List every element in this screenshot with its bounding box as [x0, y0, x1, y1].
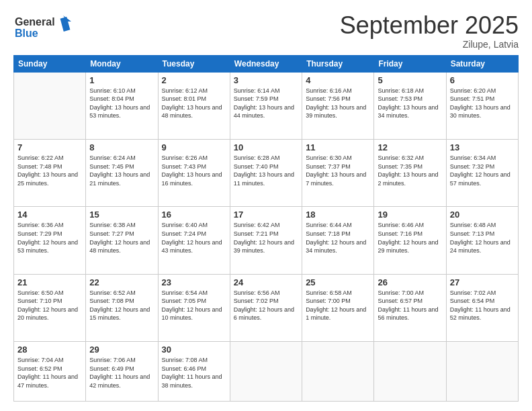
- header-friday: Friday: [374, 55, 446, 72]
- day-number: 5: [378, 75, 442, 85]
- day-info: Sunrise: 7:06 AMSunset: 6:49 PMDaylight:…: [89, 356, 154, 390]
- day-number: 11: [306, 142, 370, 152]
- day-info: Sunrise: 6:10 AMSunset: 8:04 PMDaylight:…: [89, 87, 154, 120]
- day-number: 18: [306, 210, 370, 220]
- table-row: 13Sunrise: 6:34 AMSunset: 7:32 PMDayligh…: [446, 139, 518, 206]
- day-info: Sunrise: 6:52 AMSunset: 7:08 PMDaylight:…: [89, 289, 154, 322]
- day-info: Sunrise: 6:56 AMSunset: 7:02 PMDaylight:…: [234, 289, 298, 322]
- day-number: 10: [234, 142, 298, 152]
- logo-text: General Blue: [13, 12, 74, 43]
- day-info: Sunrise: 6:30 AMSunset: 7:37 PMDaylight:…: [306, 154, 370, 187]
- day-number: 25: [306, 277, 370, 287]
- table-row: 12Sunrise: 6:32 AMSunset: 7:35 PMDayligh…: [374, 139, 446, 206]
- table-row: 8Sunrise: 6:24 AMSunset: 7:45 PMDaylight…: [86, 139, 158, 206]
- table-row: [230, 342, 302, 402]
- day-info: Sunrise: 7:04 AMSunset: 6:52 PMDaylight:…: [17, 356, 82, 390]
- header-thursday: Thursday: [302, 55, 374, 72]
- calendar-table: Sunday Monday Tuesday Wednesday Thursday…: [13, 55, 519, 402]
- day-info: Sunrise: 6:46 AMSunset: 7:16 PMDaylight:…: [378, 221, 442, 255]
- day-info: Sunrise: 7:08 AMSunset: 6:46 PMDaylight:…: [162, 356, 226, 390]
- table-row: 18Sunrise: 6:44 AMSunset: 7:18 PMDayligh…: [302, 207, 374, 274]
- day-info: Sunrise: 6:14 AMSunset: 7:59 PMDaylight:…: [234, 87, 298, 120]
- day-number: 24: [234, 277, 298, 287]
- day-number: 17: [234, 210, 298, 220]
- header-monday: Monday: [86, 55, 158, 72]
- day-number: 1: [89, 75, 154, 85]
- table-row: 17Sunrise: 6:42 AMSunset: 7:21 PMDayligh…: [230, 207, 302, 274]
- table-row: [14, 72, 86, 139]
- day-number: 6: [450, 75, 515, 85]
- day-number: 19: [378, 210, 442, 220]
- table-row: 20Sunrise: 6:48 AMSunset: 7:13 PMDayligh…: [446, 207, 518, 274]
- day-number: 22: [89, 277, 154, 287]
- table-row: 14Sunrise: 6:36 AMSunset: 7:29 PMDayligh…: [14, 207, 86, 274]
- day-number: 26: [378, 277, 442, 287]
- day-number: 30: [162, 345, 226, 355]
- day-info: Sunrise: 7:00 AMSunset: 6:57 PMDaylight:…: [378, 289, 442, 322]
- table-row: 7Sunrise: 6:22 AMSunset: 7:48 PMDaylight…: [14, 139, 86, 206]
- day-info: Sunrise: 6:28 AMSunset: 7:40 PMDaylight:…: [234, 154, 298, 187]
- day-number: 14: [17, 210, 82, 220]
- header-tuesday: Tuesday: [158, 55, 230, 72]
- day-info: Sunrise: 6:16 AMSunset: 7:56 PMDaylight:…: [306, 87, 370, 120]
- table-row: 6Sunrise: 6:20 AMSunset: 7:51 PMDaylight…: [446, 72, 518, 139]
- day-number: 15: [89, 210, 154, 220]
- svg-marker-2: [60, 17, 71, 32]
- day-info: Sunrise: 6:34 AMSunset: 7:32 PMDaylight:…: [450, 154, 515, 187]
- day-number: 23: [162, 277, 226, 287]
- table-row: [374, 342, 446, 402]
- day-number: 16: [162, 210, 226, 220]
- day-number: 21: [17, 277, 82, 287]
- day-number: 4: [306, 75, 370, 85]
- table-row: 11Sunrise: 6:30 AMSunset: 7:37 PMDayligh…: [302, 139, 374, 206]
- day-info: Sunrise: 6:38 AMSunset: 7:27 PMDaylight:…: [89, 221, 154, 255]
- table-row: 4Sunrise: 6:16 AMSunset: 7:56 PMDaylight…: [302, 72, 374, 139]
- day-info: Sunrise: 6:36 AMSunset: 7:29 PMDaylight:…: [17, 221, 82, 255]
- table-row: 22Sunrise: 6:52 AMSunset: 7:08 PMDayligh…: [86, 274, 158, 341]
- day-info: Sunrise: 6:48 AMSunset: 7:13 PMDaylight:…: [450, 221, 515, 255]
- table-row: 28Sunrise: 7:04 AMSunset: 6:52 PMDayligh…: [14, 342, 86, 402]
- day-info: Sunrise: 6:42 AMSunset: 7:21 PMDaylight:…: [234, 221, 298, 255]
- table-row: 24Sunrise: 6:56 AMSunset: 7:02 PMDayligh…: [230, 274, 302, 341]
- day-info: Sunrise: 6:18 AMSunset: 7:53 PMDaylight:…: [378, 87, 442, 120]
- day-number: 8: [89, 142, 154, 152]
- day-info: Sunrise: 6:20 AMSunset: 7:51 PMDaylight:…: [450, 87, 515, 120]
- header-sunday: Sunday: [14, 55, 86, 72]
- location: Zilupe, Latvia: [340, 39, 519, 50]
- table-row: 21Sunrise: 6:50 AMSunset: 7:10 PMDayligh…: [14, 274, 86, 341]
- table-row: 5Sunrise: 6:18 AMSunset: 7:53 PMDaylight…: [374, 72, 446, 139]
- month-title: September 2025: [340, 12, 519, 39]
- day-number: 9: [162, 142, 226, 152]
- day-number: 7: [17, 142, 82, 152]
- day-number: 20: [450, 210, 515, 220]
- day-number: 27: [450, 277, 515, 287]
- day-info: Sunrise: 6:50 AMSunset: 7:10 PMDaylight:…: [17, 289, 82, 322]
- title-block: September 2025 Zilupe, Latvia: [340, 12, 519, 50]
- svg-text:Blue: Blue: [15, 28, 38, 39]
- day-info: Sunrise: 6:54 AMSunset: 7:05 PMDaylight:…: [162, 289, 226, 322]
- logo: General Blue: [13, 12, 74, 43]
- table-row: 26Sunrise: 7:00 AMSunset: 6:57 PMDayligh…: [374, 274, 446, 341]
- table-row: [446, 342, 518, 402]
- day-number: 29: [89, 345, 154, 355]
- table-row: [302, 342, 374, 402]
- header: General Blue September 2025 Zilupe, Latv…: [13, 12, 519, 50]
- header-wednesday: Wednesday: [230, 55, 302, 72]
- day-info: Sunrise: 6:40 AMSunset: 7:24 PMDaylight:…: [162, 221, 226, 255]
- day-number: 3: [234, 75, 298, 85]
- table-row: 19Sunrise: 6:46 AMSunset: 7:16 PMDayligh…: [374, 207, 446, 274]
- table-row: 15Sunrise: 6:38 AMSunset: 7:27 PMDayligh…: [86, 207, 158, 274]
- day-number: 13: [450, 142, 515, 152]
- day-number: 12: [378, 142, 442, 152]
- table-row: 27Sunrise: 7:02 AMSunset: 6:54 PMDayligh…: [446, 274, 518, 341]
- day-info: Sunrise: 6:22 AMSunset: 7:48 PMDaylight:…: [17, 154, 82, 187]
- table-row: 1Sunrise: 6:10 AMSunset: 8:04 PMDaylight…: [86, 72, 158, 139]
- header-saturday: Saturday: [446, 55, 518, 72]
- day-info: Sunrise: 6:26 AMSunset: 7:43 PMDaylight:…: [162, 154, 226, 187]
- table-row: 25Sunrise: 6:58 AMSunset: 7:00 PMDayligh…: [302, 274, 374, 341]
- table-row: 16Sunrise: 6:40 AMSunset: 7:24 PMDayligh…: [158, 207, 230, 274]
- day-info: Sunrise: 6:32 AMSunset: 7:35 PMDaylight:…: [378, 154, 442, 187]
- day-info: Sunrise: 7:02 AMSunset: 6:54 PMDaylight:…: [450, 289, 515, 322]
- day-number: 28: [17, 345, 82, 355]
- day-info: Sunrise: 6:44 AMSunset: 7:18 PMDaylight:…: [306, 221, 370, 255]
